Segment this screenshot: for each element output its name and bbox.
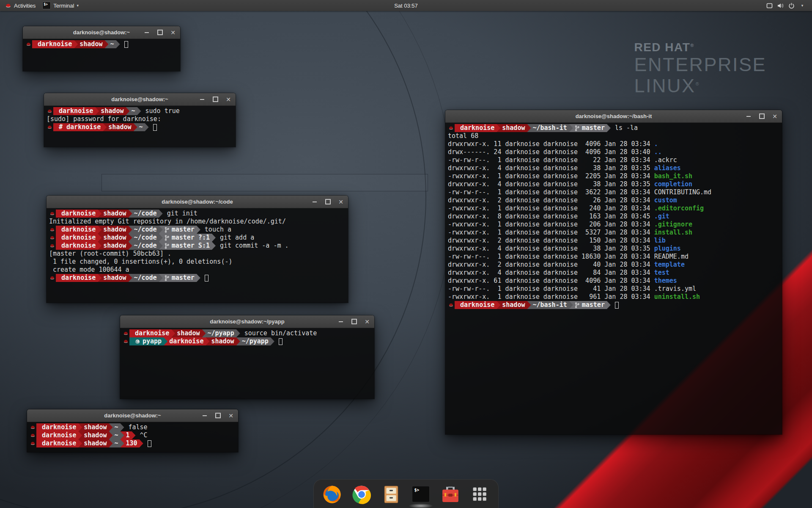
- window-title: darknoise@shadow:~/pyapp: [210, 318, 284, 325]
- redhat-icon: [49, 227, 55, 232]
- minimize-button[interactable]: [202, 413, 208, 419]
- prompt-segment-git: master ?:1: [159, 234, 216, 242]
- file-list-row: drwxrwxr-x. 4 darknoise darknoise 38 Jan…: [448, 245, 779, 253]
- dock-toolbox-icon[interactable]: [441, 485, 460, 504]
- prompt-segment-host: shadow: [95, 107, 129, 115]
- minimize-button[interactable]: [144, 30, 150, 36]
- file-list-row: -rwxrwxr-x. 1 darknoise darknoise 961 Ja…: [448, 293, 779, 301]
- titlebar[interactable]: darknoise@shadow:~✕: [23, 26, 180, 39]
- minimize-button[interactable]: [199, 97, 205, 102]
- close-button[interactable]: ✕: [772, 113, 778, 119]
- maximize-button[interactable]: [759, 113, 765, 119]
- terminal-content[interactable]: darknoiseshadow~: [23, 39, 180, 71]
- activities-button[interactable]: Activities: [0, 0, 41, 11]
- maximize-button[interactable]: [212, 97, 218, 102]
- clock[interactable]: Sat 03:57: [390, 0, 422, 11]
- prompt-segment-user: darknoise: [56, 274, 102, 282]
- close-button[interactable]: ✕: [338, 199, 344, 205]
- titlebar[interactable]: darknoise@shadow:~/bash-it✕: [445, 110, 782, 123]
- maximize-button[interactable]: [351, 319, 357, 325]
- file-name: ..: [654, 148, 662, 156]
- terminal-content[interactable]: darknoiseshadow~sudo true[sudo] password…: [44, 106, 236, 147]
- prompt-segment-path: ~/code: [128, 210, 162, 218]
- terminal-exitcodes-window: darknoise@shadow:~✕darknoiseshadow~false…: [27, 409, 238, 452]
- file-list-row: drwxrwxr-x. 2 darknoise darknoise 150 Ja…: [448, 237, 779, 245]
- prompt-segment-path: ~/pyapp: [202, 329, 240, 337]
- minimize-button[interactable]: [746, 113, 752, 119]
- window-buttons: ✕: [202, 409, 234, 422]
- file-name: plugins: [654, 245, 681, 253]
- redhat-icon: [5, 3, 11, 9]
- close-button[interactable]: ✕: [170, 30, 176, 36]
- file-list-row: drwxrwxr-x. 2 darknoise darknoise 26 Jan…: [448, 196, 779, 204]
- maximize-button[interactable]: [157, 30, 163, 36]
- file-attributes: drwxrwxr-x. 4 darknoise darknoise 84 Jan…: [448, 269, 654, 277]
- output-text: total 68: [448, 132, 478, 140]
- prompt-segment-host: shadow: [98, 242, 132, 250]
- terminal-output-line: [sudo] password for darknoise:: [47, 115, 233, 123]
- prompt-segment-host: shadow: [206, 337, 240, 345]
- terminal-content[interactable]: darknoiseshadow~/bash-itmasterls -latota…: [445, 123, 782, 434]
- file-attributes: drwxrwxr-x. 2 darknoise darknoise 26 Jan…: [448, 196, 654, 204]
- terminal-line: # darknoiseshadow~: [47, 123, 233, 131]
- window-title: darknoise@shadow:~: [73, 29, 130, 36]
- file-list-row: drwxrwxr-x. 8 darknoise darknoise 163 Ja…: [448, 213, 779, 221]
- prompt-segment-user: darknoise: [32, 40, 78, 48]
- file-name: themes: [654, 277, 677, 285]
- file-list-row: -rwxrwxr-x. 1 darknoise darknoise 5327 J…: [448, 229, 779, 237]
- dock-terminal-icon[interactable]: $>: [411, 485, 431, 504]
- titlebar[interactable]: darknoise@shadow:~/pyapp✕: [120, 315, 374, 328]
- redhat-icon: [49, 275, 55, 281]
- file-list-row: drwxrwxr-x. 4 darknoise darknoise 38 Jan…: [448, 164, 779, 172]
- minimize-button[interactable]: [338, 319, 344, 325]
- close-button[interactable]: ✕: [228, 413, 234, 419]
- minimize-button[interactable]: [312, 199, 318, 205]
- titlebar[interactable]: darknoise@shadow:~✕: [27, 409, 238, 422]
- prompt-segment-user: # darknoise: [53, 123, 107, 131]
- titlebar[interactable]: darknoise@shadow:~✕: [44, 93, 236, 106]
- terminal-line: darknoiseshadow~/bash-itmasterls -la: [448, 124, 779, 132]
- file-list-row: -rw-rw-r--. 1 darknoise darknoise 3622 J…: [448, 188, 779, 196]
- file-name: README.md: [654, 253, 689, 261]
- close-button[interactable]: ✕: [364, 319, 370, 325]
- redhat-icon: [30, 433, 36, 438]
- prompt-segment-host: shadow: [98, 210, 132, 218]
- redhat-icon: [30, 425, 36, 430]
- close-button[interactable]: ✕: [225, 97, 231, 102]
- file-name: .git: [654, 213, 669, 221]
- window-buttons: ✕: [199, 93, 231, 105]
- prompt-segment-user: darknoise: [36, 439, 82, 447]
- prompt-segment-host: shadow: [78, 423, 112, 431]
- terminal-content[interactable]: darknoiseshadow~falsedarknoiseshadow~1^C…: [27, 422, 238, 452]
- app-menu[interactable]: $> Terminal ▾: [41, 0, 84, 11]
- terminal-content[interactable]: darknoiseshadow~/codegit initInitialized…: [47, 208, 348, 303]
- svg-text:$>: $>: [414, 488, 419, 492]
- command-text: ^C: [140, 431, 148, 439]
- redhat-icon: [47, 124, 53, 130]
- activities-label: Activities: [14, 3, 36, 9]
- file-list-row: drwxrwxr-x. 61 darknoise darknoise 4096 …: [448, 277, 779, 285]
- file-list-row: drwxrwxr-x. 4 darknoise darknoise 38 Jan…: [448, 180, 779, 188]
- file-name: .ackrc: [654, 156, 677, 164]
- dock-firefox-icon[interactable]: [322, 485, 342, 504]
- file-list-row: drwx------. 24 darknoise darknoise 4096 …: [448, 148, 779, 156]
- file-attributes: drwxrwxr-x. 8 darknoise darknoise 163 Ja…: [448, 213, 654, 221]
- terminal-home-small-window: darknoise@shadow:~✕darknoiseshadow~: [23, 26, 180, 71]
- dock-app-grid-icon[interactable]: [470, 485, 490, 504]
- prompt-segment-host: shadow: [74, 40, 108, 48]
- file-name: test: [654, 269, 669, 277]
- dock-files-icon[interactable]: [381, 485, 401, 504]
- terminal-cursor: [279, 338, 283, 345]
- maximize-button[interactable]: [325, 199, 331, 205]
- system-status-area[interactable]: ▾: [764, 0, 812, 11]
- rhel-logo-line3: LINUX: [634, 75, 695, 97]
- maximize-button[interactable]: [215, 413, 221, 419]
- rhel-logo-brand: RED HAT: [634, 41, 690, 54]
- titlebar[interactable]: darknoise@shadow:~/code✕: [47, 196, 348, 208]
- dock-chrome-icon[interactable]: [352, 485, 371, 504]
- top-bar: Activities $> Terminal ▾ Sat 03:57 ▾: [0, 0, 812, 11]
- terminal-content[interactable]: darknoiseshadow~/pyappsource bin/activat…: [120, 328, 374, 399]
- prompt-segment-host: shadow: [171, 329, 206, 337]
- terminal-line: darknoiseshadow~/codemastertouch a: [49, 226, 346, 234]
- terminal-cursor: [124, 41, 128, 48]
